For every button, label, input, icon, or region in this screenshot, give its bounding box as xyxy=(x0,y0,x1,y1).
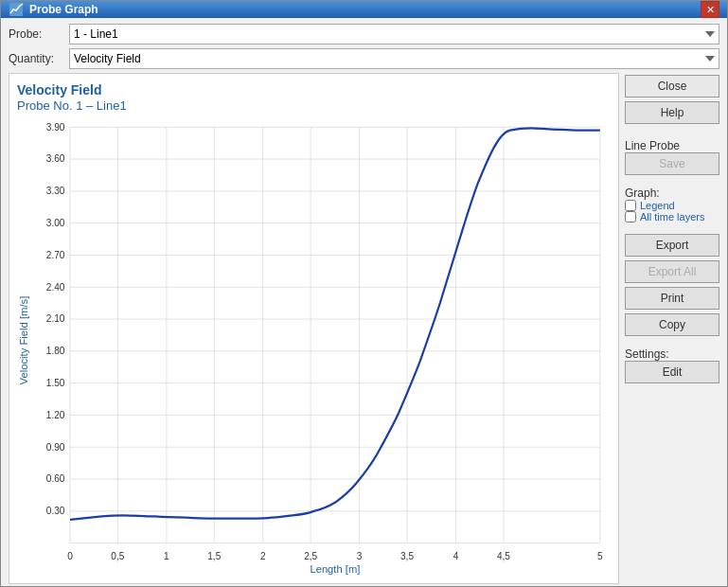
copy-button[interactable]: Copy xyxy=(625,313,719,336)
svg-text:Velocity Field [m/s]: Velocity Field [m/s] xyxy=(18,296,29,385)
svg-text:3,5: 3,5 xyxy=(400,551,414,561)
svg-text:1.50: 1.50 xyxy=(46,378,65,388)
top-buttons: Close Help xyxy=(625,75,719,124)
window-title: Probe Graph xyxy=(29,3,98,16)
chart-subtitle: Probe No. 1 – Line1 xyxy=(17,98,611,113)
svg-text:1.80: 1.80 xyxy=(46,346,65,356)
export-all-button[interactable]: Export All xyxy=(625,260,719,283)
legend-checkbox[interactable] xyxy=(625,200,636,211)
svg-text:3.60: 3.60 xyxy=(46,154,65,165)
svg-text:4,5: 4,5 xyxy=(497,551,510,561)
main-area: Velocity Field Probe No. 1 – Line1 xyxy=(9,73,719,584)
title-bar: Probe Graph ✕ xyxy=(1,1,727,18)
svg-text:0.30: 0.30 xyxy=(46,506,65,516)
svg-text:2: 2 xyxy=(260,551,266,561)
svg-text:1: 1 xyxy=(164,551,169,561)
graph-label: Graph: xyxy=(625,187,719,200)
main-content: Probe: 1 - Line1 Quantity: Velocity Fiel… xyxy=(1,18,727,587)
probe-graph-window: Probe Graph ✕ Probe: 1 - Line1 Quantity:… xyxy=(0,0,728,587)
svg-text:2.40: 2.40 xyxy=(46,282,65,293)
svg-text:3.00: 3.00 xyxy=(46,218,65,228)
svg-text:0.90: 0.90 xyxy=(46,442,65,453)
svg-text:0,5: 0,5 xyxy=(111,551,124,561)
save-button[interactable]: Save xyxy=(625,152,719,175)
svg-text:2,5: 2,5 xyxy=(304,551,317,561)
window-close-button[interactable]: ✕ xyxy=(701,1,719,18)
svg-text:0.60: 0.60 xyxy=(46,474,65,485)
svg-text:Length [m]: Length [m] xyxy=(310,563,360,575)
graph-section: Graph: Legend All time layers xyxy=(625,187,719,222)
svg-rect-1 xyxy=(70,127,600,543)
title-bar-left: Probe Graph xyxy=(9,2,98,17)
print-button[interactable]: Print xyxy=(625,287,719,310)
right-panel: Close Help Line Probe Save Graph: Legend xyxy=(625,73,719,584)
legend-checkbox-label: Legend xyxy=(640,200,675,211)
svg-text:2.10: 2.10 xyxy=(46,314,65,325)
all-time-layers-checkbox[interactable] xyxy=(625,211,636,222)
settings-label: Settings: xyxy=(625,347,719,361)
app-icon xyxy=(9,2,24,17)
quantity-label: Quantity: xyxy=(9,52,65,65)
chart-panel: Velocity Field Probe No. 1 – Line1 xyxy=(9,73,619,584)
all-time-layers-checkbox-label: All time layers xyxy=(640,211,704,222)
export-section: Export Export All Print Copy xyxy=(625,234,719,336)
edit-button[interactable]: Edit xyxy=(625,361,719,383)
svg-text:1.20: 1.20 xyxy=(46,410,65,420)
line-probe-section: Line Probe Save xyxy=(625,139,719,175)
quantity-select[interactable]: Velocity Field xyxy=(69,48,719,69)
svg-text:2.70: 2.70 xyxy=(46,250,65,260)
svg-text:3: 3 xyxy=(357,551,363,561)
probe-select[interactable]: 1 - Line1 xyxy=(69,24,719,44)
chart-svg: 0.30 0.60 0.90 1.20 1.50 1.80 2.10 2.40 … xyxy=(17,116,611,575)
chart-title: Velocity Field xyxy=(17,81,611,98)
svg-text:3.90: 3.90 xyxy=(46,122,65,133)
probe-row: Probe: 1 - Line1 xyxy=(9,24,719,44)
chart-container: 0.30 0.60 0.90 1.20 1.50 1.80 2.10 2.40 … xyxy=(17,116,611,575)
svg-text:5: 5 xyxy=(597,551,603,561)
settings-section: Settings: Edit xyxy=(625,347,719,383)
line-probe-label: Line Probe xyxy=(625,139,719,152)
all-time-layers-row: All time layers xyxy=(625,211,719,222)
svg-text:3.30: 3.30 xyxy=(46,186,65,196)
svg-text:4: 4 xyxy=(453,551,459,561)
quantity-row: Quantity: Velocity Field xyxy=(9,48,719,69)
probe-label: Probe: xyxy=(9,27,65,41)
legend-row: Legend xyxy=(625,200,719,211)
close-button[interactable]: Close xyxy=(625,75,719,98)
help-button[interactable]: Help xyxy=(625,101,719,124)
export-button[interactable]: Export xyxy=(625,234,719,257)
svg-text:0: 0 xyxy=(67,551,73,561)
svg-text:1,5: 1,5 xyxy=(207,551,221,561)
